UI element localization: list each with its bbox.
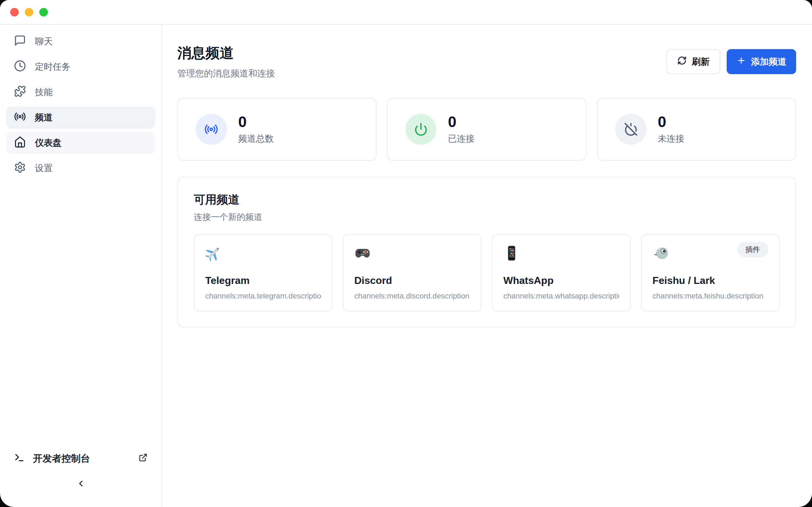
- sidebar-item-channels[interactable]: 频道: [6, 107, 155, 129]
- refresh-button[interactable]: 刷新: [666, 49, 720, 74]
- sidebar-item-label: 聊天: [35, 36, 53, 48]
- main-content: 消息频道 管理您的消息频道和连接 刷新 添加频道: [162, 25, 812, 507]
- bird-emoji-icon: [653, 245, 669, 262]
- channel-card-discord[interactable]: Discord channels:meta.discord.descriptio…: [343, 234, 481, 312]
- external-link-icon[interactable]: [139, 453, 148, 464]
- sidebar-item-settings[interactable]: 设置: [6, 157, 155, 179]
- home-icon: [14, 136, 26, 150]
- stat-card-total-channels: 0 频道总数: [177, 98, 376, 161]
- radio-icon: [14, 111, 26, 125]
- sidebar-item-label: 定时任务: [35, 61, 70, 73]
- stat-card-disconnected: 0 未连接: [597, 98, 796, 161]
- channel-description: channels:meta.feishu.description: [653, 291, 768, 300]
- page-header-titles: 消息频道 管理您的消息频道和连接: [177, 44, 275, 79]
- collapse-sidebar-button[interactable]: [71, 475, 90, 494]
- page-subtitle: 管理您的消息频道和连接: [177, 67, 275, 79]
- stat-text: 0 频道总数: [238, 114, 274, 145]
- channel-name: WhatsApp: [503, 275, 619, 286]
- refresh-button-label: 刷新: [692, 56, 710, 68]
- channel-description: channels:meta.whatsapp.description: [503, 291, 619, 300]
- channel-description: channels:meta.discord.description: [354, 291, 470, 300]
- sidebar-item-label: 频道: [35, 112, 53, 124]
- traffic-lights: [10, 8, 48, 16]
- stat-label: 未连接: [658, 133, 684, 145]
- channel-card-telegram[interactable]: Telegram channels:meta.telegram.descript…: [194, 234, 333, 312]
- terminal-icon: [14, 452, 25, 465]
- add-channel-button-label: 添加频道: [751, 56, 786, 68]
- power-icon: [405, 114, 437, 145]
- stats-row: 0 频道总数 0 已连接: [177, 98, 796, 161]
- channel-card-whatsapp[interactable]: WhatsApp channels:meta.whatsapp.descript…: [492, 234, 630, 312]
- minimize-window-button[interactable]: [25, 8, 33, 16]
- close-window-button[interactable]: [10, 8, 19, 16]
- radio-icon: [196, 114, 227, 145]
- channel-card-feishu[interactable]: 插件 Feishu / Lark channels:meta.feishu.de…: [641, 234, 780, 312]
- sidebar-item-dashboard[interactable]: 仪表盘: [6, 132, 155, 154]
- channel-description: channels:meta.telegram.description: [205, 291, 321, 300]
- sidebar: 聊天 定时任务 技能: [0, 25, 162, 507]
- stat-text: 0 未连接: [658, 114, 684, 145]
- app-window: 聊天 定时任务 技能: [0, 0, 812, 507]
- sidebar-item-skills[interactable]: 技能: [6, 81, 155, 103]
- add-channel-button[interactable]: 添加频道: [727, 49, 796, 74]
- channel-name: Discord: [354, 275, 470, 286]
- power-off-icon: [615, 114, 647, 145]
- chevron-left-icon: [76, 479, 86, 490]
- stat-card-connected: 0 已连接: [387, 98, 586, 161]
- gamepad-emoji-icon: [354, 245, 371, 262]
- plugin-badge: 插件: [737, 242, 768, 257]
- sidebar-item-label: 设置: [35, 162, 53, 174]
- stat-value: 0: [658, 114, 684, 130]
- page-title: 消息频道: [177, 44, 275, 62]
- sidebar-nav: 聊天 定时任务 技能: [0, 31, 161, 179]
- sidebar-bottom: 开发者控制台: [0, 447, 161, 499]
- sidebar-item-chat[interactable]: 聊天: [6, 31, 155, 53]
- plus-icon: [737, 56, 746, 67]
- available-channels-title: 可用频道: [194, 192, 780, 208]
- sidebar-item-scheduled-tasks[interactable]: 定时任务: [6, 56, 155, 78]
- channel-grid: Telegram channels:meta.telegram.descript…: [194, 234, 780, 312]
- sidebar-item-label: 仪表盘: [35, 137, 61, 149]
- refresh-icon: [677, 56, 687, 67]
- stat-label: 频道总数: [238, 133, 274, 145]
- message-square-icon: [14, 35, 26, 49]
- titlebar: [0, 0, 812, 25]
- app-body: 聊天 定时任务 技能: [0, 25, 812, 507]
- puzzle-icon: [14, 85, 26, 100]
- stat-value: 0: [448, 114, 474, 130]
- available-channels-subtitle: 连接一个新的频道: [194, 211, 780, 223]
- airplane-emoji-icon: [205, 245, 222, 262]
- header-actions: 刷新 添加频道: [666, 49, 796, 74]
- gear-icon: [14, 161, 26, 176]
- channel-name: Telegram: [205, 275, 321, 286]
- channel-name: Feishu / Lark: [653, 275, 768, 286]
- clock-icon: [14, 60, 26, 74]
- developer-console-link[interactable]: 开发者控制台: [0, 447, 161, 469]
- stat-label: 已连接: [448, 133, 474, 145]
- mobile-phone-emoji-icon: [503, 245, 520, 262]
- sidebar-item-label: 技能: [35, 86, 53, 98]
- stat-text: 0 已连接: [448, 114, 474, 145]
- available-channels-panel: 可用频道 连接一个新的频道: [177, 177, 796, 327]
- stat-value: 0: [238, 114, 274, 130]
- sidebar-collapse-row: [0, 469, 161, 499]
- page-header: 消息频道 管理您的消息频道和连接 刷新 添加频道: [177, 44, 796, 79]
- zoom-window-button[interactable]: [39, 8, 48, 16]
- developer-console-label: 开发者控制台: [33, 452, 90, 465]
